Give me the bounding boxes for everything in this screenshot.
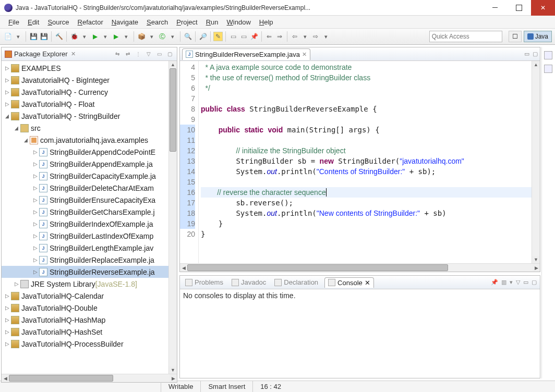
search-button[interactable]: 🔎 xyxy=(198,32,208,41)
tree-item[interactable]: JavaTutorialHQ-Double xyxy=(2,302,168,314)
new-button[interactable]: 📄 xyxy=(3,32,13,41)
minimize-editor-icon[interactable]: ▭ xyxy=(524,51,529,57)
debug-button[interactable]: 🐞 xyxy=(69,32,79,41)
expand-caret-icon[interactable] xyxy=(4,63,11,74)
tree-item[interactable]: JavaTutorialHQ-HashMap xyxy=(2,314,168,326)
line-number[interactable]: 19 xyxy=(180,218,195,229)
menu-file[interactable]: File xyxy=(4,17,23,27)
expand-caret-icon[interactable] xyxy=(32,182,39,194)
expand-caret-icon[interactable] xyxy=(4,302,11,314)
open-perspective-button[interactable]: ☐ xyxy=(509,31,522,42)
scroll-thumb[interactable] xyxy=(187,264,448,271)
scroll-down-icon[interactable]: ▼ xyxy=(169,366,177,374)
expand-caret-icon[interactable] xyxy=(32,266,39,278)
tree-item[interactable]: StringBuilderReplaceExample.ja xyxy=(2,254,168,266)
line-number[interactable]: 5 xyxy=(180,72,195,83)
tab-console[interactable]: Console ✕ xyxy=(324,277,374,288)
nav-button[interactable]: ▭ xyxy=(228,32,238,41)
line-number[interactable]: 11 xyxy=(180,135,195,145)
open-type-button[interactable]: 🔍 xyxy=(183,32,192,41)
run-button[interactable]: ▶ xyxy=(90,32,100,41)
scroll-left-icon[interactable]: ◀ xyxy=(180,264,187,272)
scroll-right-icon[interactable]: ▶ xyxy=(170,374,177,382)
package-tree[interactable]: EXAMPLESJavatutorialHQ - BigIntegerJavaT… xyxy=(2,61,168,374)
menu-edit[interactable]: Edit xyxy=(23,17,43,27)
tree-item[interactable]: StringBuilderLastIndexOfExamp xyxy=(2,230,168,242)
tree-item[interactable]: StringBuilderGetCharsExample.j xyxy=(2,206,168,218)
line-number[interactable]: 4 xyxy=(180,62,195,72)
dropdown-icon[interactable]: ▾ xyxy=(168,32,177,41)
scroll-thumb[interactable] xyxy=(9,375,113,382)
line-number[interactable]: 12 xyxy=(180,145,195,156)
menu-window[interactable]: Window xyxy=(223,17,255,27)
tree-item[interactable]: EXAMPLES xyxy=(2,62,168,74)
expand-caret-icon[interactable] xyxy=(4,111,11,122)
expand-caret-icon[interactable] xyxy=(32,242,39,254)
expand-caret-icon[interactable] xyxy=(32,254,39,266)
expand-caret-icon[interactable] xyxy=(32,206,39,218)
expand-caret-icon[interactable] xyxy=(4,326,11,338)
tree-item[interactable]: JavaTutorialHQ - Float xyxy=(2,98,168,110)
code-area[interactable]: * A java example source code to demonstr… xyxy=(199,61,532,263)
line-number[interactable]: 6 xyxy=(180,83,195,93)
tree-item[interactable]: src xyxy=(2,122,168,134)
close-tab-icon[interactable]: ✕ xyxy=(365,279,370,287)
prev-annotation-button[interactable]: ⇐ xyxy=(264,32,274,41)
close-view-icon[interactable]: ✕ xyxy=(71,51,76,57)
scroll-left-icon[interactable]: ◀ xyxy=(2,374,9,382)
line-number[interactable]: 14 xyxy=(180,166,195,177)
tree-item[interactable]: StringBuilderIndexOfExample.ja xyxy=(2,218,168,230)
tree-item[interactable]: StringBuilderLengthExample.jav xyxy=(2,242,168,254)
line-number[interactable]: 7 xyxy=(180,93,195,104)
minimize-view-icon[interactable]: ▭ xyxy=(523,279,528,286)
dropdown-icon[interactable]: ▾ xyxy=(300,32,310,41)
dropdown-icon[interactable]: ▾ xyxy=(147,32,156,41)
expand-caret-icon[interactable] xyxy=(4,338,11,350)
expand-caret-icon[interactable] xyxy=(32,170,39,182)
vertical-scrollbar[interactable]: ▲ ▼ xyxy=(168,61,177,374)
expand-caret-icon[interactable] xyxy=(4,87,11,98)
java-perspective-button[interactable]: Java xyxy=(524,31,552,42)
line-number[interactable]: 15 xyxy=(180,177,195,187)
save-button[interactable]: 💾 xyxy=(29,32,38,41)
dropdown-icon[interactable]: ▾ xyxy=(80,32,89,41)
tree-item[interactable]: JavaTutorialHQ - Currency xyxy=(2,86,168,98)
tree-item[interactable]: JavaTutorialHQ-HashSet xyxy=(2,326,168,338)
expand-caret-icon[interactable] xyxy=(13,123,20,134)
expand-caret-icon[interactable] xyxy=(4,290,11,302)
dropdown-icon[interactable]: ▾ xyxy=(101,32,110,41)
editor-body[interactable]: 4567891011121314151617181920 * A java ex… xyxy=(180,61,540,263)
back-button[interactable]: ⇦ xyxy=(290,32,299,41)
expand-caret-icon[interactable] xyxy=(4,314,11,326)
tree-item[interactable]: JavatutorialHQ - BigInteger xyxy=(2,74,168,86)
tree-item[interactable]: StringBuilderAppendExample.ja xyxy=(2,158,168,170)
maximize-view-icon[interactable]: ▢ xyxy=(532,279,537,286)
run-last-button[interactable]: ▶ xyxy=(111,32,120,41)
tree-item[interactable]: JRE System Library [JavaSE-1.8] xyxy=(2,278,168,290)
minimize-view-icon[interactable]: ▭ xyxy=(155,50,163,58)
build-button[interactable]: 🔨 xyxy=(54,32,64,41)
tree-item[interactable]: com.javatutorialhq.java.examples xyxy=(2,134,168,146)
line-number[interactable]: 10 xyxy=(180,125,195,135)
tree-item[interactable]: JavaTutorialHQ-ProcessBuilder xyxy=(2,338,168,350)
next-annotation-button[interactable]: ⇒ xyxy=(275,32,284,41)
line-number[interactable]: 17 xyxy=(180,198,195,208)
horizontal-scrollbar[interactable]: ◀ ▶ xyxy=(2,374,177,382)
scroll-right-icon[interactable]: ▶ xyxy=(533,264,540,272)
menu-run[interactable]: Run xyxy=(202,17,223,27)
menu-source[interactable]: Source xyxy=(43,17,73,27)
tree-item[interactable]: JavaTutorialHQ - StringBuilder xyxy=(2,110,168,122)
line-number[interactable]: 18 xyxy=(180,208,195,218)
pin-button[interactable]: 📌 xyxy=(249,32,259,41)
display-console-icon[interactable]: ▥ xyxy=(501,279,506,286)
tree-item[interactable]: StringBuilderCapacityExample.ja xyxy=(2,170,168,182)
scroll-thumb[interactable] xyxy=(170,68,176,152)
expand-caret-icon[interactable] xyxy=(22,134,30,146)
expand-caret-icon[interactable] xyxy=(32,146,39,158)
view-menu-icon[interactable]: ▽ xyxy=(516,279,520,286)
maximize-button[interactable] xyxy=(507,0,531,16)
menu-search[interactable]: Search xyxy=(142,17,172,27)
menu-project[interactable]: Project xyxy=(172,17,201,27)
minimize-button[interactable] xyxy=(483,0,507,16)
line-number[interactable]: 8 xyxy=(180,104,195,114)
